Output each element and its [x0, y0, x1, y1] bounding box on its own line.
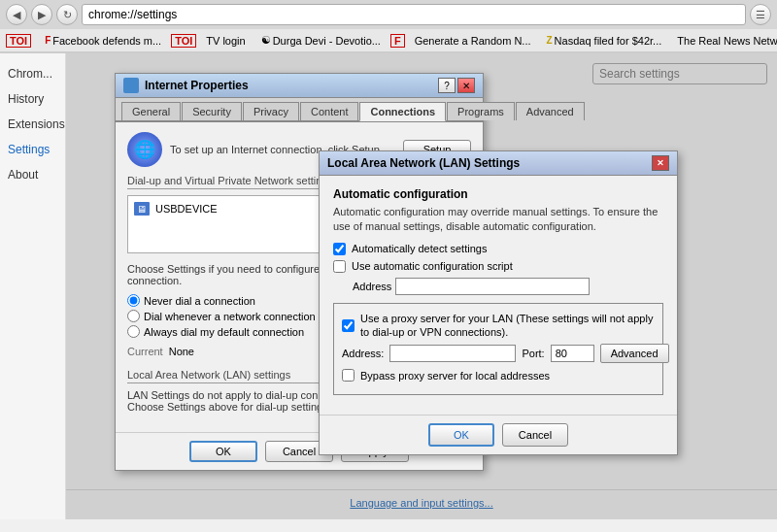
ok-button[interactable]: OK	[189, 441, 257, 462]
bookmark-icon: F	[45, 35, 51, 46]
browser-chrome: ◀ ▶ ↻ ☰ TOI F Facebook defends m... TOI …	[0, 0, 777, 53]
auto-detect-checkbox[interactable]: Automatically detect settings	[333, 243, 663, 255]
bookmark-tvlogin[interactable]: TV login	[200, 34, 251, 48]
browser-content: Chrom... History Extensions Settings Abo…	[0, 53, 777, 519]
menu-button[interactable]: ☰	[750, 4, 771, 25]
lan-close-button[interactable]: ✕	[652, 155, 669, 171]
bypass-row: Bypass proxy server for local addresses	[342, 369, 655, 386]
auto-config-desc: Automatic configuration may override man…	[333, 205, 663, 235]
proxy-server-section: Use a proxy server for your LAN (These s…	[333, 303, 663, 396]
tab-general[interactable]: General	[121, 102, 181, 120]
tab-privacy[interactable]: Privacy	[243, 102, 299, 120]
lan-ok-button[interactable]: OK	[428, 423, 494, 447]
internet-props-titlebar: Internet Properties ? ✕	[116, 74, 483, 98]
lan-titlebar: Local Area Network (LAN) Settings ✕	[320, 151, 677, 176]
help-button[interactable]: ?	[438, 78, 456, 93]
auto-script-address-input[interactable]	[395, 278, 590, 295]
advanced-button[interactable]: Advanced	[600, 344, 669, 363]
auto-script-address-row: Address	[353, 278, 663, 295]
sidebar-item-history[interactable]: History	[0, 86, 65, 112]
address-bar[interactable]	[82, 4, 746, 25]
forward-button[interactable]: ▶	[31, 4, 52, 25]
bypass-checkbox[interactable]: Bypass proxy server for local addresses	[342, 369, 550, 382]
auto-script-checkbox[interactable]: Use automatic configuration script	[333, 260, 663, 273]
nasdaq-icon: Z	[547, 35, 553, 46]
internet-props-icon	[123, 78, 139, 93]
proxy-port-input[interactable]	[551, 345, 594, 362]
back-button[interactable]: ◀	[6, 4, 27, 25]
toi-icon: TOI	[6, 34, 31, 48]
bookmark-random[interactable]: Generate a Random N...	[409, 34, 537, 48]
auto-config-title: Automatic configuration	[333, 187, 663, 201]
sidebar-item-chrome[interactable]: Chrom...	[0, 61, 65, 86]
vpn-device-icon: 🖥	[134, 202, 150, 216]
lan-titlebar-controls: ✕	[652, 155, 669, 171]
main-area: gs to connect to the network. more Langu…	[66, 53, 777, 519]
internet-props-title: Internet Properties	[123, 78, 249, 93]
refresh-button[interactable]: ↻	[56, 4, 78, 25]
bookmarks-bar: TOI F Facebook defends m... TOI TV login…	[0, 29, 777, 52]
browser-nav: ◀ ▶ ↻ ☰	[0, 0, 777, 29]
sidebar-item-extensions[interactable]: Extensions	[0, 112, 65, 137]
globe-icon: 🌐	[127, 132, 162, 167]
lan-body: Automatic configuration Automatic config…	[320, 176, 677, 407]
bookmark-durga-icon: ☯	[261, 34, 271, 47]
proxy-address-input[interactable]	[389, 345, 516, 362]
bookmark-facebook[interactable]: F Facebook defends m...	[39, 34, 167, 48]
lan-title: Local Area Network (LAN) Settings	[327, 156, 520, 170]
tab-programs[interactable]: Programs	[447, 102, 515, 120]
tab-bar: General Security Privacy Content Connect…	[116, 98, 483, 122]
bookmark-realnews[interactable]: The Real News Netw...	[671, 34, 777, 48]
proxy-address-row: Address: Port: Advanced	[342, 344, 655, 363]
tab-connections[interactable]: Connections	[359, 102, 446, 121]
bookmark-nasdaq[interactable]: Z Nasdaq filed for $42r...	[541, 34, 668, 48]
tab-security[interactable]: Security	[182, 102, 242, 120]
tab-content[interactable]: Content	[300, 102, 359, 120]
lan-settings-dialog: Local Area Network (LAN) Settings ✕ Auto…	[319, 150, 678, 455]
lan-footer: OK Cancel	[320, 415, 677, 454]
titlebar-controls: ? ✕	[438, 78, 475, 93]
lan-cancel-button[interactable]: Cancel	[502, 423, 568, 447]
toi-icon2: TOI	[171, 34, 196, 48]
bookmark-durga[interactable]: ☯ Durga Devi - Devotio...	[255, 33, 387, 48]
tab-advanced[interactable]: Advanced	[516, 102, 585, 120]
sidebar-item-about[interactable]: About	[0, 162, 65, 187]
sidebar: Chrom... History Extensions Settings Abo…	[0, 53, 66, 519]
close-button[interactable]: ✕	[457, 78, 475, 93]
sidebar-item-settings[interactable]: Settings	[0, 137, 65, 162]
use-proxy-checkbox[interactable]: Use a proxy server for your LAN (These s…	[342, 312, 655, 340]
toi-icon3: F	[390, 34, 405, 48]
